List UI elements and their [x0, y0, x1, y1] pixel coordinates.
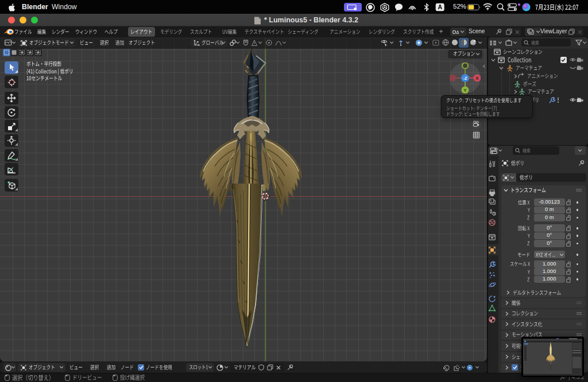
- svg-text:-Z: -Z: [463, 75, 467, 80]
- svg-text:A: A: [438, 3, 442, 10]
- svg-text:X: X: [476, 76, 479, 81]
- svg-text:Y: Y: [464, 88, 467, 93]
